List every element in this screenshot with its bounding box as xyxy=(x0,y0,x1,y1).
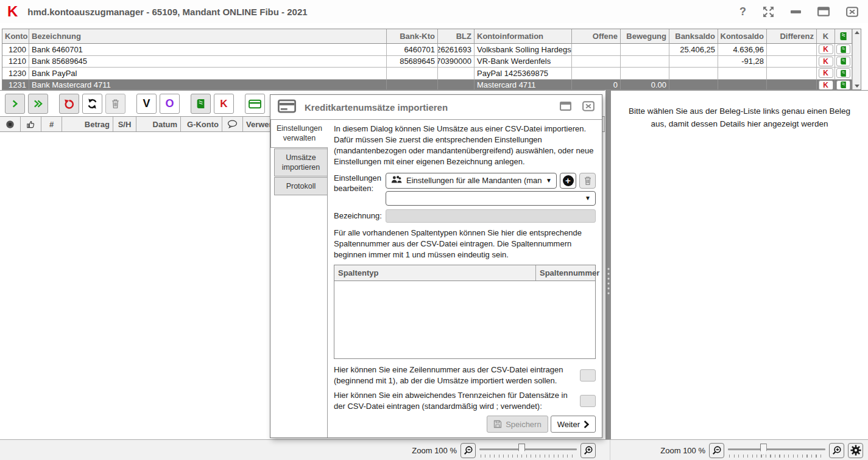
columns-hint-text: Für alle vorhandenen Spaltentypen können… xyxy=(334,228,596,260)
chevron-right-icon xyxy=(584,420,589,428)
next-button[interactable] xyxy=(5,94,25,114)
zoom-level-label: Zoom 100 % xyxy=(412,446,457,455)
splitter-grip-icon[interactable] xyxy=(607,268,610,294)
left-zoom-controls: Zoom 100 % xyxy=(412,442,596,458)
book-toolbar-button[interactable] xyxy=(191,94,211,114)
zoom-slider-thumb[interactable] xyxy=(518,444,525,455)
cell-konto: 1231 xyxy=(2,80,29,91)
col-offene[interactable]: Offene xyxy=(572,29,621,44)
settings-gear-icon[interactable] xyxy=(848,443,863,458)
account-row[interactable]: 1230 Bank PayPal PayPal 1425369875 K xyxy=(2,68,852,80)
settings-dropdown-value: Einstellungen für alle Mandanten (mandan… xyxy=(406,176,542,185)
number-column-header[interactable]: # xyxy=(41,117,62,131)
accounts-scrollbar[interactable] xyxy=(852,29,861,89)
col-differenz[interactable]: Differenz xyxy=(767,29,817,44)
help-icon[interactable]: ? xyxy=(739,5,746,18)
tab-protokoll[interactable]: Protokoll xyxy=(274,177,327,195)
next-all-button[interactable] xyxy=(28,94,48,114)
col-banksaldo[interactable]: Banksaldo xyxy=(669,29,718,44)
next-step-button[interactable]: Weiter xyxy=(551,416,596,433)
close-icon[interactable] xyxy=(846,7,858,17)
col-konto[interactable]: Konto xyxy=(2,29,29,44)
column-mapping-body-empty xyxy=(334,281,595,359)
gkonto-column-header[interactable]: G-Konto xyxy=(181,117,222,131)
save-button: Speichern xyxy=(487,416,548,433)
cell-bezeichnung: Bank Mastercard 4711 xyxy=(29,80,387,91)
scroll-up-icon[interactable] xyxy=(855,31,859,34)
add-settings-button[interactable]: + xyxy=(560,173,576,189)
creditcard-toolbar-button[interactable] xyxy=(245,94,265,114)
plus-icon: + xyxy=(563,175,574,186)
expand-icon[interactable] xyxy=(763,6,774,18)
accounts-table: Konto Bezeichnung Bank-Kto BLZ Kontoinfo… xyxy=(2,29,861,90)
betrag-column-header[interactable]: Betrag xyxy=(62,117,113,131)
zoom-in-icon[interactable] xyxy=(829,443,844,458)
maximize-icon[interactable] xyxy=(817,7,830,16)
bezeichnung-label: Bezeichnung: xyxy=(334,211,383,220)
dialog-maximize-icon[interactable] xyxy=(560,102,571,113)
statusbar-divider xyxy=(610,440,610,460)
app-window: K hmd.kontoauszugmanager - 65109, Mandan… xyxy=(0,0,868,460)
o-filter-button[interactable]: O xyxy=(160,94,180,114)
col-kontosaldo[interactable]: Kontosaldo xyxy=(718,29,767,44)
panel-splitter[interactable] xyxy=(605,90,611,439)
cell-offene xyxy=(572,56,621,68)
cell-bezeichnung: Bank 6460701 xyxy=(29,44,387,56)
k-flag-button[interactable]: K xyxy=(817,44,835,56)
datum-column-header[interactable]: Datum xyxy=(136,117,181,131)
zoom-level-label: Zoom 100 % xyxy=(660,446,705,455)
cell-offene xyxy=(572,68,621,80)
scroll-down-icon[interactable] xyxy=(855,85,859,88)
book-button[interactable] xyxy=(835,44,852,56)
spaltentyp-column-header[interactable]: Spaltentyp xyxy=(334,265,536,281)
cell-bewegung xyxy=(621,56,669,68)
account-row-selected[interactable]: 1231 Bank Mastercard 4711 Mastercard 471… xyxy=(2,80,852,91)
creditcard-dialog-icon xyxy=(278,99,296,115)
col-bewegung[interactable]: Bewegung xyxy=(621,29,669,44)
k-flag-button[interactable]: K xyxy=(817,56,835,68)
zoom-out-icon[interactable] xyxy=(460,443,476,458)
thumbs-up-icon[interactable] xyxy=(21,117,41,131)
zoom-slider[interactable] xyxy=(479,442,577,458)
book-button[interactable] xyxy=(835,80,852,91)
cell-blz xyxy=(438,80,475,91)
dialog-titlebar[interactable]: Kreditkartenumsätze importieren xyxy=(270,95,602,119)
col-bank-kto[interactable]: Bank-Kto xyxy=(387,29,438,44)
col-bezeichnung[interactable]: Bezeichnung xyxy=(29,29,387,44)
col-k[interactable]: K xyxy=(817,29,835,44)
v-filter-button[interactable]: V xyxy=(136,94,157,114)
tab-einstellungen-verwalten[interactable]: Einstellungen verwalten xyxy=(270,119,328,148)
undo-icon[interactable] xyxy=(59,94,79,114)
book-button[interactable] xyxy=(835,68,852,80)
spaltennummer-column-header[interactable]: Spaltennummer xyxy=(536,265,595,281)
account-row[interactable]: 1200 Bank 6460701 6460701 26261693 Volks… xyxy=(2,44,852,56)
comment-bubble-icon[interactable] xyxy=(222,117,243,131)
k-flag-button[interactable]: K xyxy=(817,68,835,80)
cell-differenz xyxy=(767,68,817,80)
record-status-icon[interactable] xyxy=(0,117,21,131)
k-flag-button[interactable]: K xyxy=(817,80,835,91)
col-book[interactable] xyxy=(835,29,852,44)
chevron-down-icon: ▼ xyxy=(585,195,591,201)
zoom-slider-thumb[interactable] xyxy=(760,444,767,455)
tab-umsaetze-importieren[interactable]: Umsätze importieren xyxy=(274,148,327,177)
minimize-icon[interactable] xyxy=(791,10,801,13)
zoom-in-icon[interactable] xyxy=(580,443,596,458)
dialog-close-icon[interactable] xyxy=(582,101,595,113)
cell-bank-kto: 6460701 xyxy=(387,44,438,56)
settings-dropdown[interactable]: Einstellungen für alle Mandanten (mandan… xyxy=(386,173,557,189)
book-button[interactable] xyxy=(835,56,852,68)
cell-bezeichnung: Bank PayPal xyxy=(29,68,387,80)
account-row[interactable]: 1210 Bank 85689645 85689645 70390000 VR-… xyxy=(2,56,852,68)
cell-differenz xyxy=(767,80,817,91)
col-kontoinformation[interactable]: Kontoinformation xyxy=(475,29,572,44)
cell-bezeichnung: Bank 85689645 xyxy=(29,56,387,68)
k-toolbar-button[interactable]: K xyxy=(214,94,234,114)
zoom-out-icon[interactable] xyxy=(709,443,724,458)
settings-secondary-dropdown[interactable]: ▼ xyxy=(386,191,596,206)
col-blz[interactable]: BLZ xyxy=(438,29,475,44)
sh-column-header[interactable]: S/H xyxy=(113,117,136,131)
separator-input xyxy=(580,395,596,407)
zoom-slider[interactable] xyxy=(728,442,825,458)
refresh-icon[interactable] xyxy=(82,94,102,114)
